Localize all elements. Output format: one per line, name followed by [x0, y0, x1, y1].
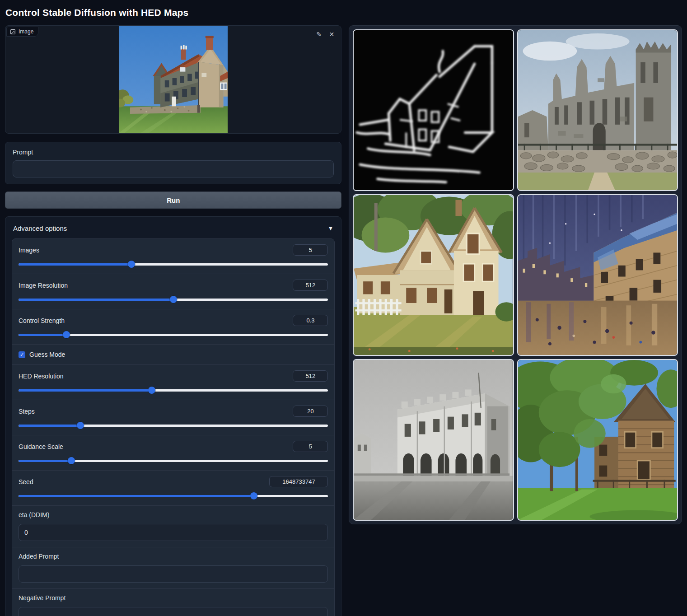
prompt-label: Prompt — [13, 149, 334, 156]
image-resolution-value-input[interactable] — [293, 280, 328, 291]
hed-resolution-slider[interactable] — [19, 387, 328, 394]
images-value-input[interactable] — [293, 244, 328, 256]
advanced-options-title: Advanced options — [13, 224, 67, 232]
images-slider-label: Images — [19, 247, 39, 254]
guidance-scale-slider[interactable] — [19, 457, 328, 464]
advanced-options-form: Images Image Resolution — [12, 238, 335, 616]
advanced-options-accordion: Advanced options ▼ Images — [5, 216, 341, 616]
gallery-item-bw-photo[interactable] — [353, 359, 514, 521]
steps-value-input[interactable] — [293, 406, 328, 417]
night-painting-image — [518, 195, 677, 355]
images-slider[interactable] — [19, 261, 328, 268]
image-resolution-slider-handle[interactable] — [170, 296, 177, 303]
input-image-label-text: Image — [19, 28, 33, 35]
seed-slider[interactable] — [19, 492, 328, 499]
close-icon: ✕ — [329, 31, 335, 38]
hed-resolution-slider-handle[interactable] — [148, 387, 155, 394]
bw-photo-image — [354, 360, 513, 520]
input-house-photo — [119, 26, 228, 133]
seed-slider-label: Seed — [19, 478, 33, 485]
main-row: Image ✎ ✕ — [5, 25, 682, 616]
image-resolution-slider-label: Image Resolution — [19, 282, 68, 289]
guess-mode-label: Guess Mode — [29, 351, 65, 358]
steps-slider-label: Steps — [19, 408, 35, 415]
page-title: Control Stable Diffusion with HED Maps — [5, 7, 682, 18]
image-resolution-slider[interactable] — [19, 296, 328, 303]
gallery-item-wooden-house[interactable] — [517, 359, 678, 521]
hed-resolution-value-input[interactable] — [293, 370, 328, 382]
left-column: Image ✎ ✕ — [5, 25, 341, 616]
gallery-item-hed-edge-map[interactable] — [353, 29, 514, 191]
image-actions: ✎ ✕ — [314, 29, 336, 39]
guidance-scale-slider-label: Guidance Scale — [19, 443, 63, 450]
gallery-item-night-painting[interactable] — [517, 194, 678, 356]
guess-mode-row: ✓ Guess Mode — [12, 345, 334, 365]
wooden-house-image — [518, 360, 677, 520]
cottage-painting-image — [354, 195, 513, 355]
seed-value-input[interactable] — [269, 476, 328, 487]
clear-image-button[interactable]: ✕ — [327, 29, 336, 39]
eta-input[interactable] — [19, 524, 328, 541]
negative-prompt-row: Negative Prompt — [12, 589, 334, 616]
input-image-preview[interactable] — [119, 26, 228, 133]
prompt-block: Prompt — [5, 142, 341, 184]
added-prompt-input[interactable] — [19, 565, 328, 583]
app-root: Control Stable Diffusion with HED Maps I… — [0, 0, 687, 616]
eta-label: eta (DDIM) — [19, 511, 328, 518]
check-icon: ✓ — [20, 352, 24, 358]
advanced-options-header[interactable]: Advanced options ▼ — [12, 223, 335, 238]
steps-slider-row: Steps — [12, 400, 334, 435]
guidance-scale-slider-row: Guidance Scale — [12, 435, 334, 471]
added-prompt-row: Added Prompt — [12, 547, 334, 589]
prompt-input[interactable] — [13, 160, 334, 177]
gallery-item-cathedral[interactable] — [517, 29, 678, 191]
guess-mode-checkbox[interactable]: ✓ — [19, 351, 25, 358]
images-slider-handle[interactable] — [128, 261, 135, 268]
cathedral-image — [518, 30, 677, 190]
images-slider-row: Images — [12, 239, 334, 274]
control-strength-slider[interactable] — [19, 331, 328, 338]
control-strength-value-input[interactable] — [293, 315, 328, 326]
control-strength-slider-label: Control Strength — [19, 317, 65, 324]
input-image-component[interactable]: Image ✎ ✕ — [5, 25, 341, 134]
guidance-scale-value-input[interactable] — [293, 441, 328, 452]
seed-slider-handle[interactable] — [250, 492, 257, 499]
negative-prompt-label: Negative Prompt — [19, 594, 328, 602]
output-gallery — [349, 25, 682, 524]
input-image-label: Image — [6, 27, 38, 37]
chevron-down-icon: ▼ — [328, 225, 334, 232]
hed-edge-map-image — [354, 30, 513, 190]
eta-row: eta (DDIM) — [12, 506, 334, 547]
hed-resolution-slider-label: HED Resolution — [19, 373, 64, 380]
added-prompt-label: Added Prompt — [19, 553, 328, 560]
image-resolution-slider-row: Image Resolution — [12, 274, 334, 309]
hed-resolution-slider-row: HED Resolution — [12, 365, 334, 400]
pencil-icon: ✎ — [317, 31, 322, 38]
control-strength-slider-row: Control Strength — [12, 309, 334, 345]
run-button[interactable]: Run — [5, 191, 341, 209]
gallery-item-cottage-painting[interactable] — [353, 194, 514, 356]
steps-slider-handle[interactable] — [77, 422, 84, 429]
edit-image-button[interactable]: ✎ — [314, 29, 324, 39]
image-icon — [10, 29, 16, 35]
steps-slider[interactable] — [19, 422, 328, 429]
control-strength-slider-handle[interactable] — [63, 331, 70, 338]
seed-slider-row: Seed — [12, 471, 334, 506]
negative-prompt-input[interactable] — [19, 607, 328, 616]
guidance-scale-slider-handle[interactable] — [68, 457, 75, 464]
